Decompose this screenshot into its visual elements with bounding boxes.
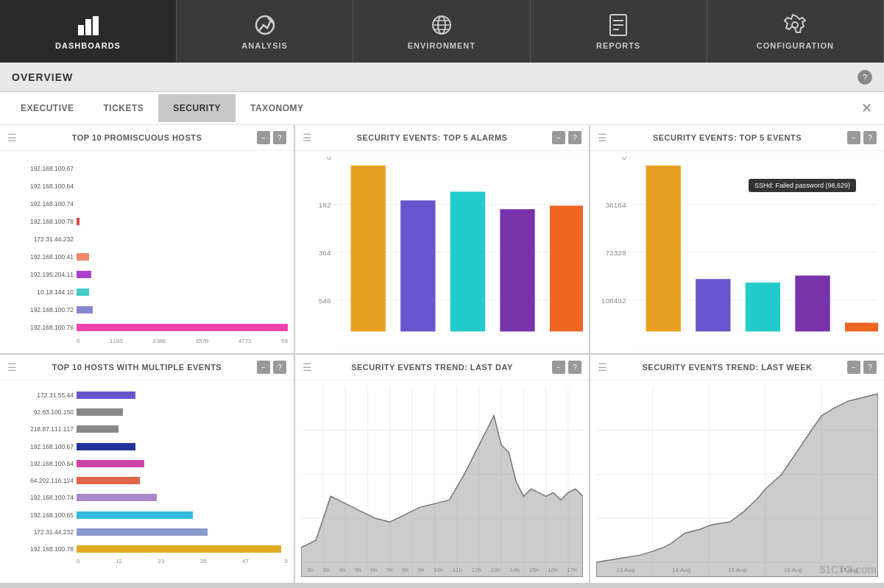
tab-taxonomy[interactable]: TAXONOMY [236, 94, 318, 122]
widget-help-button[interactable]: ? [273, 131, 286, 144]
widget-content-promiscuous: 192.168.100.67192.168.100.64192.168.100.… [0, 151, 294, 353]
nav-configuration-label: CONFIGURATION [757, 41, 834, 50]
widget-controls-alarms: − ? [552, 131, 581, 144]
widget-minimize-alarms[interactable]: − [552, 131, 565, 144]
widget-content-alarms: 0182364546 [295, 151, 589, 353]
widget-minimize-events[interactable]: − [847, 131, 860, 144]
widget-menu-icon-multiple[interactable]: ☰ [7, 361, 17, 373]
widget-help-trend-week[interactable]: ? [863, 361, 877, 374]
reports-icon [607, 13, 629, 37]
hbar-row: 192.168.100.74 [6, 199, 288, 208]
svg-rect-28 [550, 205, 583, 331]
hbar-row: 192.195.204.11 [6, 270, 288, 279]
widget-title-events: SECURITY EVENTS: TOP 5 EVENTS [613, 133, 841, 142]
watermark: 51CTO.com [819, 564, 877, 575]
hbar-row: 192.168.100.64 [6, 459, 288, 468]
tabs-bar: EXECUTIVE TICKETS SECURITY TAXONOMY ✕ [0, 92, 884, 125]
widget-header-trend-week: ☰ SECURITY EVENTS TREND: LAST WEEK − ? [590, 355, 884, 380]
overview-help-button[interactable]: ? [858, 70, 872, 85]
hbar-row: 192.168.100.67 [6, 442, 288, 451]
widget-menu-icon-events[interactable]: ☰ [598, 132, 607, 144]
trend-day-chart [301, 386, 583, 577]
tab-security[interactable]: SECURITY [158, 94, 236, 122]
widget-content-multiple: 172.31.55.4492.63.100.150218.87.111.1171… [0, 380, 294, 583]
widget-controls-multiple: − ? [257, 361, 286, 374]
widget-content-trend-day: 2h 3h 4h 5h 6h 7h 8h 9h 10h 11h 12h 13h … [295, 380, 589, 583]
analysis-icon [253, 13, 277, 37]
widget-menu-icon-alarms[interactable]: ☰ [303, 132, 312, 144]
svg-text:364: 364 [319, 249, 331, 257]
hbar-row: 172.31.55.44 [6, 391, 288, 400]
widget-minimize-multiple[interactable]: − [257, 361, 270, 374]
widget-help-alarms[interactable]: ? [568, 131, 581, 144]
promiscuous-axis: 0119323863579477259 [6, 338, 288, 344]
hbar-row: 10.18.144.10 [6, 288, 288, 297]
widget-trend-day: ☰ SECURITY EVENTS TREND: LAST DAY − ? [295, 355, 589, 583]
hbar-row: 192.168.100.78 [6, 545, 288, 553]
nav-analysis[interactable]: ANALYSIS [177, 0, 353, 63]
nav-environment[interactable]: ENVIRONMENT [353, 0, 530, 63]
widget-help-trend-day[interactable]: ? [568, 361, 581, 374]
hbar-row: 192.168.100.72 [6, 305, 288, 314]
top-navigation: DASHBOARDS ANALYSIS ENVIRONMENT REPORTS [0, 0, 884, 63]
svg-text:36164: 36164 [605, 201, 626, 209]
svg-text:0: 0 [622, 157, 626, 161]
widget-content-trend-week: 13 Aug 14 Aug 15 Aug 16 Aug 17 Aug 51CTO… [590, 380, 884, 583]
svg-text:0: 0 [327, 157, 331, 161]
widget-title-alarms: SECURITY EVENTS: TOP 5 ALARMS [318, 133, 546, 142]
svg-rect-26 [450, 191, 485, 331]
nav-dashboards-label: DASHBOARDS [55, 41, 121, 50]
widget-minimize-trend-day[interactable]: − [552, 361, 565, 374]
widget-menu-icon-trend-week[interactable]: ☰ [598, 361, 607, 373]
widget-header-alarms: ☰ SECURITY EVENTS: TOP 5 ALARMS − ? [295, 125, 589, 151]
widget-minimize-trend-week[interactable]: − [847, 361, 860, 374]
widget-top5-events: ☰ SECURITY EVENTS: TOP 5 EVENTS − ? 0361… [590, 125, 884, 353]
svg-text:546: 546 [319, 297, 331, 305]
multiple-axis: 0122335475 [6, 558, 288, 564]
widget-header-promiscuous: ☰ TOP 10 PROMISCUOUS HOSTS − ? [0, 125, 294, 151]
trend-week-chart [596, 386, 878, 577]
widget-menu-icon[interactable]: ☰ [7, 132, 17, 144]
widget-header-multiple: ☰ TOP 10 HOSTS WITH MULTIPLE EVENTS − ? [0, 355, 294, 380]
widget-title-trend-day: SECURITY EVENTS TREND: LAST DAY [318, 363, 546, 372]
widget-minimize-button[interactable]: − [257, 131, 270, 144]
hbar-row: 92.63.100.150 [6, 408, 288, 417]
nav-reports[interactable]: REPORTS [531, 0, 707, 63]
svg-rect-39 [696, 279, 730, 331]
overview-title: OVERVIEW [12, 71, 73, 83]
widget-help-multiple[interactable]: ? [273, 361, 286, 374]
widget-header-trend-day: ☰ SECURITY EVENTS TREND: LAST DAY − ? [295, 355, 589, 380]
svg-text:72328: 72328 [605, 249, 626, 257]
nav-reports-label: REPORTS [596, 41, 640, 50]
tab-tickets[interactable]: TICKETS [89, 94, 159, 122]
svg-rect-0 [78, 25, 84, 35]
nav-dashboards[interactable]: DASHBOARDS [0, 0, 177, 63]
tooltip: SSHd: Failed password (98,629) [749, 179, 856, 192]
configuration-icon [783, 13, 807, 37]
widget-controls-events: − ? [847, 131, 877, 144]
hbar-row: 192.168.100.76 [6, 323, 288, 332]
svg-rect-2 [93, 16, 99, 35]
widget-top10-promiscuous: ☰ TOP 10 PROMISCUOUS HOSTS − ? 192.168.1… [0, 125, 294, 353]
hbar-row: 192.168.100.67 [6, 164, 288, 173]
svg-rect-38 [646, 166, 681, 332]
svg-text:182: 182 [319, 201, 331, 209]
hbar-row: 192.168.100.64 [6, 182, 288, 191]
svg-rect-40 [746, 283, 780, 331]
nav-configuration[interactable]: CONFIGURATION [707, 0, 884, 63]
widget-title-multiple: TOP 10 HOSTS WITH MULTIPLE EVENTS [23, 363, 251, 372]
widget-menu-icon-trend-day[interactable]: ☰ [303, 361, 312, 373]
svg-point-14 [792, 22, 798, 28]
close-tabs-button[interactable]: ✕ [861, 100, 872, 116]
nav-analysis-label: ANALYSIS [241, 41, 288, 50]
hbar-row: 218.87.111.117 [6, 425, 288, 433]
svg-rect-1 [85, 19, 91, 35]
hbar-row: 172.31.44.232 [6, 528, 288, 536]
widget-help-events[interactable]: ? [863, 131, 877, 144]
tab-executive[interactable]: EXECUTIVE [6, 94, 89, 122]
widget-top5-alarms: ☰ SECURITY EVENTS: TOP 5 ALARMS − ? 0182… [295, 125, 589, 353]
dashboard-icon [77, 13, 100, 37]
svg-text:108492: 108492 [601, 297, 626, 305]
nav-environment-label: ENVIRONMENT [408, 41, 475, 50]
widget-controls-trend-day: − ? [552, 361, 581, 374]
